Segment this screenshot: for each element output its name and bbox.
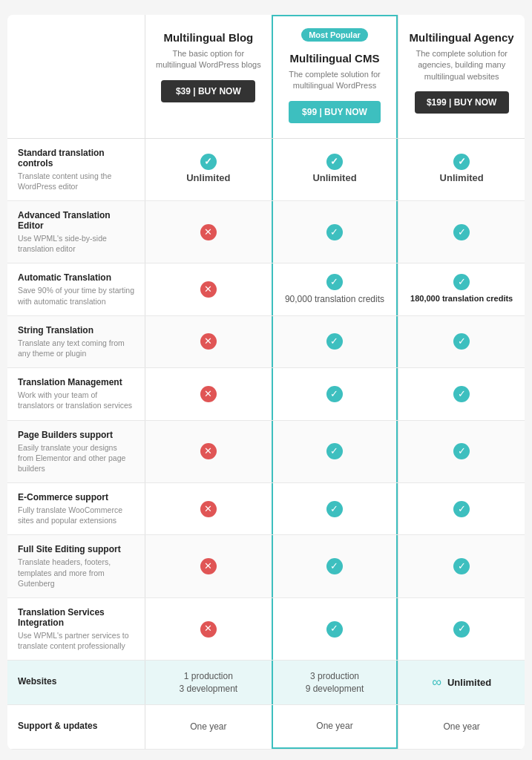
feature-cell-cross: ✕ [145, 483, 272, 534]
check-icon: ✓ [326, 501, 343, 517]
feature-cell-cross: ✕ [145, 421, 272, 483]
feature-title: String Translation [18, 325, 134, 335]
feature-cell-check: ✓ [272, 535, 398, 597]
plan-desc-agency: The complete solution for agencies, buil… [406, 48, 517, 82]
check-icon: ✓ [453, 621, 470, 638]
plan-name-agency: Multilingual Agency [406, 31, 517, 44]
cross-icon: ✕ [200, 333, 217, 350]
feature-subtitle: Translate content using the WordPress ed… [18, 171, 134, 191]
check-icon: ✓ [453, 224, 470, 240]
pricing-table: Multilingual Blog The basic option for m… [7, 15, 525, 750]
feature-title: Automatic Translation [18, 272, 134, 283]
feature-cell-unlimited-special: ∞ Unlimited [398, 661, 525, 704]
plan-desc-blog: The basic option for multilingual WordPr… [153, 48, 264, 71]
check-icon: ✓ [326, 333, 343, 350]
feature-cell-unlimited: ✓ Unlimited [398, 139, 525, 200]
unlimited-label: Unlimited [186, 171, 230, 185]
buy-btn-agency[interactable]: $199 | BUY NOW [415, 91, 509, 114]
check-icon: ✓ [326, 558, 343, 574]
infinity-icon: ∞ [432, 673, 441, 692]
feature-cell-check: ✓ [398, 201, 525, 263]
feature-row: Translation Services Integration Use WPM… [7, 598, 525, 661]
feature-cell-value: 1 production3 development [145, 661, 272, 704]
features-container: Standard translation controls Translate … [7, 139, 525, 750]
buy-btn-blog[interactable]: $39 | BUY NOW [161, 80, 255, 102]
feature-label: Page Builders support Easily translate y… [7, 421, 145, 483]
feature-subtitle: Translate headers, footers, templates an… [18, 557, 134, 589]
check-icon: ✓ [326, 386, 343, 402]
feature-label: Websites [7, 661, 145, 704]
check-icon: ✓ [326, 621, 343, 638]
feature-cell-cross: ✕ [145, 263, 272, 315]
unlimited-label: Unlimited [440, 171, 484, 185]
feature-cell-check: ✓ [398, 598, 525, 660]
check-icon: ✓ [453, 274, 470, 290]
buy-btn-cms[interactable]: $99 | BUY NOW [289, 101, 381, 123]
feature-cell-check: ✓ [398, 368, 525, 419]
check-icon: ✓ [453, 333, 470, 350]
check-icon: ✓ [200, 154, 217, 170]
feature-label: E-Commerce support Fully translate WooCo… [7, 483, 145, 534]
feature-title: Websites [18, 676, 134, 687]
feature-title: Full Site Editing support [18, 544, 134, 554]
cross-icon: ✕ [200, 443, 217, 459]
feature-cell-unlimited: ✓ Unlimited [272, 139, 398, 200]
feature-row: Support & updates One year One year One … [7, 705, 525, 750]
feature-label: String Translation Translate any text co… [7, 316, 145, 367]
feature-subtitle: Use WPML's side-by-side translation edit… [18, 233, 134, 254]
unlimited-special-label: Unlimited [447, 676, 491, 689]
feature-cell-cross: ✕ [145, 598, 272, 660]
feature-row: E-Commerce support Fully translate WooCo… [7, 483, 525, 535]
feature-cell-cross: ✕ [145, 316, 272, 367]
check-icon: ✓ [453, 386, 470, 402]
plan-desc-cms: The complete solution for multilingual W… [280, 69, 390, 92]
feature-row: Automatic Translation Save 90% of your t… [7, 263, 525, 315]
feature-cell-cross: ✕ [145, 535, 272, 597]
feature-label: Full Site Editing support Translate head… [7, 535, 145, 597]
plan-header-cms: Most Popular Multilingual CMS The comple… [272, 15, 398, 138]
check-icon: ✓ [453, 501, 470, 517]
feature-row: Translation Management Work with your te… [7, 368, 525, 420]
feature-cell-unlimited: ✓ Unlimited [145, 139, 272, 200]
feature-cell-text: One year [398, 705, 525, 749]
feature-label: Standard translation controls Translate … [7, 139, 145, 200]
check-icon: ✓ [326, 443, 343, 459]
feature-cell-text: One year [145, 705, 272, 749]
feature-cell-check: ✓ [398, 421, 525, 483]
feature-label: Translation Services Integration Use WPM… [7, 598, 145, 660]
check-icon: ✓ [453, 558, 470, 574]
feature-row: Websites 1 production3 development 3 pro… [7, 661, 525, 705]
check-icon: ✓ [326, 224, 343, 240]
feature-cell-credits: ✓ 90,000 translation credits [272, 263, 398, 315]
feature-title: Translation Services Integration [18, 607, 134, 628]
feature-subtitle: Easily translate your designs from Eleme… [18, 442, 134, 474]
feature-title: E-Commerce support [18, 492, 134, 502]
feature-cell-cross: ✕ [145, 201, 272, 263]
check-icon: ✓ [453, 154, 470, 170]
feature-cell-cross: ✕ [145, 368, 272, 419]
cross-icon: ✕ [200, 501, 217, 517]
feature-title: Support & updates [18, 721, 134, 731]
feature-row: Page Builders support Easily translate y… [7, 421, 525, 484]
feature-cell-credits: ✓ 180,000 translation credits [398, 263, 525, 315]
feature-cell-check: ✓ [398, 535, 525, 597]
plan-header-agency: Multilingual Agency The complete solutio… [398, 15, 525, 138]
header-spacer [7, 15, 145, 138]
cell-value: One year [443, 721, 479, 733]
feature-title: Page Builders support [18, 430, 134, 440]
most-popular-badge: Most Popular [280, 28, 390, 48]
cross-icon: ✕ [200, 386, 217, 402]
feature-cell-text: One year [272, 705, 398, 749]
cell-value: One year [190, 721, 226, 733]
feature-label: Support & updates [7, 705, 145, 749]
feature-row: String Translation Translate any text co… [7, 316, 525, 368]
feature-label: Translation Management Work with your te… [7, 368, 145, 419]
feature-label: Automatic Translation Save 90% of your t… [7, 263, 145, 315]
header-row: Multilingual Blog The basic option for m… [7, 15, 525, 139]
feature-title: Advanced Translation Editor [18, 210, 134, 231]
feature-cell-check: ✓ [398, 483, 525, 534]
cross-icon: ✕ [200, 224, 217, 240]
feature-cell-check: ✓ [272, 316, 398, 367]
feature-subtitle: Use WPML's partner services to translate… [18, 630, 134, 651]
cross-icon: ✕ [200, 621, 217, 638]
